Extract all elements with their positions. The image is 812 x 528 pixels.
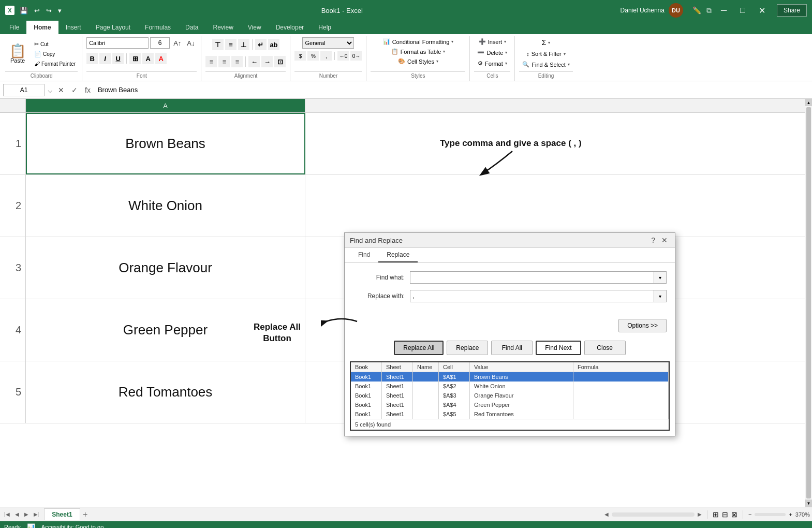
zoom-out-button[interactable]: −: [748, 511, 751, 518]
find-next-button[interactable]: Find Next: [536, 341, 581, 355]
font-size-input[interactable]: [150, 37, 170, 49]
tab-file[interactable]: File: [2, 21, 26, 34]
redo-button[interactable]: ↪: [44, 6, 54, 16]
align-left-button[interactable]: ≡: [205, 56, 217, 67]
find-all-button[interactable]: Find All: [491, 341, 533, 355]
cancel-formula-icon[interactable]: ✕: [56, 85, 66, 95]
cell-reference-box[interactable]: [3, 84, 45, 96]
decrease-indent-button[interactable]: ←: [248, 56, 260, 67]
borders-button[interactable]: ⊞: [129, 53, 141, 64]
align-bottom-button[interactable]: ⊥: [238, 39, 249, 50]
dialog-tab-replace[interactable]: Replace: [378, 248, 418, 262]
add-sheet-button[interactable]: +: [80, 509, 91, 520]
cut-button[interactable]: ✂ Cut: [32, 40, 78, 49]
format-as-table-button[interactable]: 📋 Format as Table ▾: [388, 47, 449, 56]
replace-button[interactable]: Replace: [447, 341, 488, 355]
pen-icon[interactable]: ✏️: [692, 6, 701, 14]
number-format-select[interactable]: General Number Currency Date: [302, 37, 354, 49]
insert-function-icon[interactable]: fx: [83, 85, 93, 95]
format-cells-button[interactable]: ⚙ Format ▾: [475, 59, 510, 68]
result-row-4[interactable]: Book1 Sheet1 $A$4 Green Pepper: [351, 400, 669, 409]
nav-first-sheet[interactable]: |◀: [2, 510, 12, 518]
nav-last-sheet[interactable]: ▶|: [32, 510, 41, 518]
row-header-2[interactable]: 2: [0, 175, 26, 237]
tab-home[interactable]: Home: [26, 21, 58, 34]
maximize-button[interactable]: □: [736, 4, 749, 17]
italic-button[interactable]: I: [99, 53, 111, 64]
share-button[interactable]: Share: [777, 4, 807, 17]
replace-all-button[interactable]: Replace All: [394, 341, 444, 355]
font-color-button[interactable]: A: [155, 53, 167, 64]
tab-view[interactable]: View: [241, 21, 269, 34]
undo-button[interactable]: ↩: [32, 6, 42, 16]
row-header-4[interactable]: 4: [0, 299, 26, 361]
tab-help[interactable]: Help: [311, 21, 338, 34]
row-header-5[interactable]: 5: [0, 361, 26, 423]
customize-quick-access[interactable]: ▾: [56, 6, 64, 16]
formula-input[interactable]: [96, 84, 809, 96]
restore-window-icon[interactable]: ⧉: [706, 6, 712, 15]
decrease-decimal-button[interactable]: ←0: [337, 51, 349, 61]
font-name-input[interactable]: [86, 37, 149, 49]
find-what-dropdown-button[interactable]: ▾: [654, 271, 667, 284]
autosum-button[interactable]: Σ ▾: [539, 37, 554, 48]
bold-button[interactable]: B: [86, 53, 98, 64]
options-button[interactable]: Options >>: [618, 319, 667, 332]
align-middle-button[interactable]: ≡: [225, 39, 237, 50]
cell-a2[interactable]: White Onion: [26, 175, 305, 237]
vertical-scrollbar[interactable]: ▲ ▼: [805, 99, 812, 507]
orientation-button[interactable]: ab: [268, 39, 279, 50]
result-row-1[interactable]: Book1 Sheet1 $A$1 Brown Beans: [351, 372, 669, 382]
sort-filter-button[interactable]: ↕ Sort & Filter ▾: [523, 50, 569, 58]
replace-with-dropdown-button[interactable]: ▾: [654, 290, 667, 302]
scroll-up-button[interactable]: ▲: [805, 99, 812, 106]
currency-button[interactable]: $: [294, 51, 306, 61]
col-header-a[interactable]: A: [26, 99, 305, 112]
row-header-1[interactable]: 1: [0, 113, 26, 175]
insert-cells-button[interactable]: ➕ Insert ▾: [476, 37, 510, 46]
percent-button[interactable]: %: [307, 51, 319, 61]
normal-view-button[interactable]: ⊞: [713, 510, 719, 519]
replace-with-input[interactable]: [410, 290, 654, 302]
cell-a1[interactable]: Brown Beans: [26, 113, 305, 174]
align-right-button[interactable]: ≡: [231, 56, 243, 67]
result-row-3[interactable]: Book1 Sheet1 $A$3 Orange Flavour: [351, 391, 669, 400]
find-select-button[interactable]: 🔍 Find & Select ▾: [519, 60, 572, 69]
zoom-slider[interactable]: [755, 513, 786, 516]
dialog-tab-find[interactable]: Find: [350, 248, 378, 262]
zoom-in-button[interactable]: +: [789, 511, 792, 518]
close-dialog-button[interactable]: Close: [584, 341, 626, 355]
cell-styles-button[interactable]: 🎨 Cell Styles ▾: [395, 57, 441, 66]
close-button[interactable]: ✕: [755, 4, 770, 18]
tab-insert[interactable]: Insert: [58, 21, 88, 34]
scroll-thumb[interactable]: [806, 107, 811, 498]
cell-a4[interactable]: Green Pepper: [26, 299, 305, 361]
cell-a3[interactable]: Orange Flavour: [26, 237, 305, 299]
page-layout-view-button[interactable]: ⊟: [722, 510, 728, 519]
tab-review[interactable]: Review: [205, 21, 240, 34]
tab-developer[interactable]: Developer: [269, 21, 312, 34]
confirm-formula-icon[interactable]: ✓: [69, 85, 80, 95]
underline-button[interactable]: U: [112, 53, 124, 64]
merge-center-button[interactable]: ⊡: [274, 56, 286, 67]
minimize-button[interactable]: ─: [717, 4, 731, 17]
increase-decimal-button[interactable]: 0→: [350, 51, 362, 61]
wrap-text-button[interactable]: ↵: [255, 39, 267, 50]
cell-a5[interactable]: Red Tomantoes: [26, 361, 305, 423]
paste-button[interactable]: 📋 Paste: [5, 42, 30, 66]
align-center-button[interactable]: ≡: [218, 56, 230, 67]
decrease-font-size-button[interactable]: A↓: [185, 38, 197, 48]
conditional-formatting-button[interactable]: 📊 Conditional Formatting ▾: [380, 37, 457, 46]
horizontal-scrollbar[interactable]: [612, 512, 695, 517]
copy-button[interactable]: 📄 Copy: [32, 50, 78, 58]
expand-formula-bar-button[interactable]: ⌵: [48, 85, 53, 95]
sheet-tab-sheet1[interactable]: Sheet1: [44, 508, 80, 520]
fill-color-button[interactable]: A: [142, 53, 154, 64]
h-scroll-right[interactable]: ▶: [698, 511, 702, 517]
delete-cells-button[interactable]: ➖ Delete ▾: [474, 48, 510, 57]
nav-prev-sheet[interactable]: ◀: [13, 510, 21, 518]
format-painter-button[interactable]: 🖌 Format Painter: [32, 60, 78, 68]
nav-next-sheet[interactable]: ▶: [22, 510, 31, 518]
h-scroll-left[interactable]: ◀: [604, 511, 609, 517]
tab-page-layout[interactable]: Page Layout: [88, 21, 138, 34]
